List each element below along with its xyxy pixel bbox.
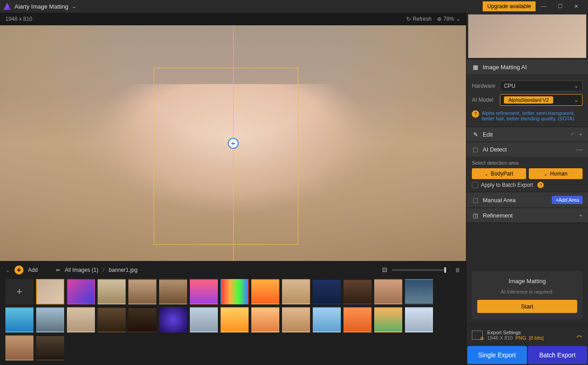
help-icon[interactable]: ?	[472, 110, 479, 118]
thumbnail[interactable]	[374, 279, 402, 304]
back-arrow-icon[interactable]: ⬅	[56, 267, 60, 273]
section-ai-detect[interactable]: ⬚ AI Detect —	[466, 142, 588, 156]
hardware-select[interactable]: CPU ⌄	[500, 81, 583, 91]
help-icon[interactable]: ?	[537, 182, 544, 188]
canvas-viewport[interactable]: ◂▸	[0, 25, 466, 261]
app-menu-chevron-icon[interactable]: ⌄	[72, 3, 76, 9]
filmstrip: ⌄ + Add ⬅ All Images (1) / banner1.jpg 🖼…	[0, 261, 466, 365]
expand-icon[interactable]: ⌄	[5, 267, 10, 273]
app-logo-icon	[4, 3, 11, 10]
thumb-size-slider[interactable]	[392, 269, 446, 271]
thumbnail[interactable]	[374, 307, 402, 332]
apply-batch-checkbox[interactable]	[472, 182, 478, 188]
thumbnail[interactable]	[159, 307, 187, 332]
batch-export-button[interactable]: Batch Export	[528, 346, 588, 364]
refresh-icon: ↻	[406, 16, 411, 22]
section-edit[interactable]: ✎ Edit ↶ +	[466, 127, 588, 142]
plus-icon[interactable]: +	[579, 131, 583, 138]
chevron-down-icon: ⌄	[456, 16, 461, 22]
maximize-button[interactable]: ☐	[552, 0, 568, 13]
export-settings-icon	[472, 331, 483, 340]
matting-box-hint: AI Inference is required.	[477, 289, 577, 294]
zoom-control[interactable]: ⊕ 78% ⌄	[437, 16, 461, 22]
section-refinement[interactable]: ◫ Refinement +	[466, 208, 588, 223]
plus-icon[interactable]: +	[579, 212, 583, 219]
chevron-down-icon: ⌄	[574, 83, 579, 89]
add-thumb-button[interactable]: +	[5, 279, 33, 304]
chevron-down-icon: ⌄	[574, 97, 579, 103]
image-dimensions: 1948 x 810	[5, 16, 32, 22]
apply-batch-label: Apply to Batch Export	[481, 182, 533, 188]
thumbnail[interactable]	[405, 307, 433, 332]
refinement-icon: ◫	[472, 212, 479, 219]
hardware-label: Hardware	[472, 83, 496, 89]
export-settings[interactable]: Export Settings 1948 X 810 PNG [8 bits] …	[466, 325, 588, 345]
thumbnail[interactable]	[313, 307, 341, 332]
thumbnail[interactable]	[159, 279, 187, 304]
chip-bodypart[interactable]: ⌄ BodyPart	[472, 168, 526, 179]
breadcrumb-all[interactable]: All Images (1)	[65, 267, 98, 273]
thumbnail[interactable]	[313, 279, 341, 304]
zoom-icon: ⊕	[437, 16, 442, 22]
expand-up-icon[interactable]: ︽	[576, 331, 583, 339]
thumbnail[interactable]	[190, 279, 218, 304]
thumbnail[interactable]	[221, 279, 249, 304]
chevron-down-icon: ⌄	[485, 171, 488, 176]
properties-panel: ▦ Image Matting AI Hardware CPU ⌄ AI Mod…	[466, 13, 588, 365]
thumbnail[interactable]	[251, 279, 279, 304]
delete-icon[interactable]: 🗑	[455, 267, 461, 273]
manual-area-icon: ⬚	[472, 196, 479, 204]
thumbnail[interactable]	[5, 335, 33, 360]
comparison-handle[interactable]: ◂▸	[228, 138, 239, 149]
model-select[interactable]: AlphaStandard V2 ⌄	[500, 94, 583, 106]
thumbnail[interactable]	[36, 279, 64, 304]
image-icon: 🖼	[382, 267, 387, 273]
model-hint: Alpha refinement, better semi-transparen…	[482, 110, 583, 121]
matting-action-box: Image Matting AI Inference is required. …	[472, 271, 583, 319]
thumbnail[interactable]	[190, 307, 218, 332]
minimize-button[interactable]: —	[536, 0, 552, 13]
upgrade-button[interactable]: Upgrade available	[483, 1, 536, 11]
thumbnail[interactable]	[251, 307, 279, 332]
undo-icon[interactable]: ↶	[570, 131, 575, 138]
thumbnail[interactable]	[98, 279, 126, 304]
section-matting-ai: ▦ Image Matting AI	[466, 60, 588, 74]
start-button[interactable]: Start	[477, 300, 577, 313]
preview-thumbnail	[468, 14, 586, 58]
add-image-button[interactable]: +	[14, 265, 24, 275]
breadcrumb-current: banner1.jpg	[109, 267, 137, 273]
single-export-button[interactable]: Single Export	[467, 346, 527, 364]
breadcrumb-sep: /	[103, 267, 104, 273]
export-settings-title: Export Settings	[487, 330, 572, 335]
app-title: Aiarty Image Matting	[14, 3, 68, 10]
thumbnail[interactable]	[128, 279, 156, 304]
thumbnail[interactable]	[343, 307, 372, 332]
thumbnail[interactable]	[128, 307, 156, 332]
refresh-button[interactable]: ↻ Refresh	[406, 16, 432, 22]
thumbnail[interactable]	[405, 279, 433, 304]
thumbnail[interactable]	[282, 307, 310, 332]
titlebar: Aiarty Image Matting ⌄ Upgrade available…	[0, 0, 588, 13]
chip-human[interactable]: ⌄ Human	[529, 168, 583, 179]
add-area-button[interactable]: +Add Area	[552, 196, 583, 204]
thumbnail[interactable]	[67, 307, 95, 332]
thumbnail[interactable]	[36, 335, 64, 360]
chevron-down-icon: ⌄	[544, 171, 547, 176]
add-label: Add	[28, 267, 38, 273]
thumbnail[interactable]	[67, 279, 95, 304]
thumbnail[interactable]	[221, 307, 249, 332]
close-button[interactable]: ✕	[568, 0, 584, 13]
section-manual-area[interactable]: ⬚ Manual Area +Add Area	[466, 192, 588, 208]
minus-icon[interactable]: —	[576, 146, 583, 153]
detect-hint: Select detection area	[472, 160, 583, 166]
thumbnail[interactable]	[98, 307, 126, 332]
detect-icon: ⬚	[472, 146, 479, 153]
matting-ai-icon: ▦	[472, 63, 479, 71]
thumbnail[interactable]	[343, 279, 372, 304]
canvas-toolbar: 1948 x 810 ↻ Refresh ⊕ 78% ⌄	[0, 13, 466, 25]
thumbnail[interactable]	[5, 307, 33, 332]
edit-icon: ✎	[472, 131, 479, 138]
thumbnail[interactable]	[282, 279, 310, 304]
matting-box-title: Image Matting	[477, 278, 577, 284]
thumbnail[interactable]	[36, 307, 64, 332]
